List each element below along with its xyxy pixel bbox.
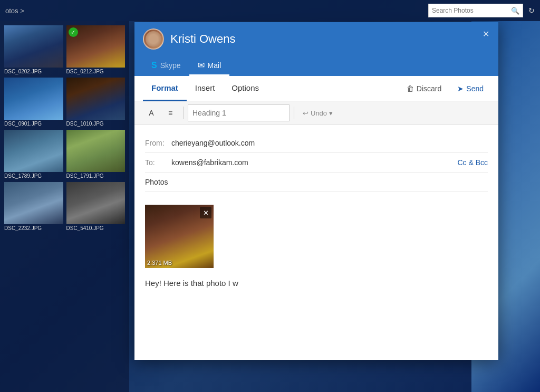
photo-label: DSC_0202.JPG: [4, 69, 63, 74]
list-item[interactable]: DSC_5410.JPG: [66, 182, 126, 231]
email-body: From: cherieyang@outlook.com To: kowens@…: [134, 125, 498, 360]
photo-thumbnail: [66, 130, 126, 172]
format-toolbar: A ≡ ↩ Undo ▾: [134, 101, 498, 125]
app-tabs: S Skype ✉ Mail: [134, 56, 498, 76]
avatar: [143, 28, 164, 50]
photo-thumbnail: [66, 78, 126, 120]
from-label: From:: [145, 139, 171, 147]
photo-label: DSC_0212.JPG: [66, 69, 126, 74]
mail-tab-label: Mail: [208, 61, 221, 70]
action-buttons: 🗑 Discard ➤ Send: [400, 81, 490, 96]
style-dropdown[interactable]: [188, 104, 290, 121]
photo-grid: DSC_0202.JPG ✓ DSC_0212.JPG DSC_0901.JPG…: [0, 21, 129, 392]
send-button[interactable]: ➤ Send: [451, 81, 490, 96]
mail-icon: ✉: [198, 60, 205, 70]
search-icon-button[interactable]: 🔍: [511, 7, 519, 15]
breadcrumb: otos >: [5, 7, 24, 15]
contact-name: Kristi Owens: [170, 32, 235, 46]
file-size-label: 2.371 MB: [147, 260, 172, 266]
to-label: To:: [145, 158, 171, 167]
paragraph-icon: ≡: [168, 109, 172, 117]
format-tabs-bar: Format Insert Options 🗑 Discard ➤ Send: [134, 76, 498, 101]
send-icon: ➤: [457, 84, 464, 93]
photo-label: DSC_1791.JPG: [66, 173, 126, 179]
attached-photo: 2.371 MB ✕: [145, 205, 214, 268]
photo-label: DSC_2232.JPG: [4, 225, 63, 231]
photo-label: DSC_0901.JPG: [4, 121, 63, 127]
list-item[interactable]: DSC_1010.JPG: [66, 78, 126, 127]
undo-dropdown-icon: ▾: [329, 109, 333, 117]
list-item[interactable]: DSC_1789.JPG: [4, 130, 63, 179]
cc-bcc-link[interactable]: Cc & Bcc: [457, 158, 488, 167]
toolbar-separator: [183, 107, 184, 119]
mail-compose-window: Kristi Owens ✕ S Skype ✉ Mail Format Ins…: [134, 22, 498, 360]
remove-attachment-button[interactable]: ✕: [200, 207, 211, 218]
photo-thumbnail: [4, 182, 63, 224]
tab-options[interactable]: Options: [223, 76, 267, 101]
to-value: kowens@fabrikam.com: [171, 158, 457, 167]
tab-skype[interactable]: S Skype: [143, 56, 189, 76]
search-box: 🔍: [428, 4, 523, 17]
discard-label: Discard: [417, 84, 441, 93]
photo-label: DSC_1789.JPG: [4, 173, 63, 179]
subject-value: Photos: [145, 178, 168, 186]
send-label: Send: [466, 84, 484, 93]
paragraph-button[interactable]: ≡: [162, 104, 179, 121]
from-field: From: cherieyang@outlook.com: [145, 133, 488, 153]
tab-insert[interactable]: Insert: [187, 76, 224, 101]
list-item[interactable]: DSC_0901.JPG: [4, 78, 63, 127]
tab-mail[interactable]: ✉ Mail: [189, 56, 230, 76]
photo-thumbnail: [4, 78, 63, 120]
to-field: To: kowens@fabrikam.com Cc & Bcc: [145, 153, 488, 173]
avatar-image: [146, 31, 161, 47]
undo-button[interactable]: ↩ Undo ▾: [298, 107, 337, 119]
list-item[interactable]: DSC_2232.JPG: [4, 182, 63, 231]
list-item[interactable]: DSC_1791.JPG: [66, 130, 126, 179]
photo-label: DSC_5410.JPG: [66, 225, 126, 231]
trash-icon: 🗑: [407, 84, 414, 93]
tab-format[interactable]: Format: [143, 76, 187, 101]
list-item[interactable]: DSC_0202.JPG: [4, 25, 63, 74]
top-bar: otos > 🔍 ↻: [0, 0, 540, 21]
photo-thumbnail: [4, 130, 63, 172]
mail-header: Kristi Owens ✕: [134, 22, 498, 56]
refresh-button[interactable]: ↻: [528, 6, 535, 15]
subject-field: Photos: [145, 173, 488, 192]
skype-icon: S: [151, 61, 157, 70]
toolbar-separator-2: [294, 107, 294, 119]
list-item[interactable]: ✓ DSC_0212.JPG: [66, 25, 126, 74]
desktop: otos > 🔍 ↻ DSC_0202.JPG ✓ DSC_0212.JPG D…: [0, 0, 540, 392]
search-input[interactable]: [432, 7, 511, 14]
discard-button[interactable]: 🗑 Discard: [400, 81, 448, 96]
email-body-text[interactable]: Hey! Here is that photo I w: [145, 272, 488, 288]
skype-tab-label: Skype: [160, 61, 181, 70]
close-button[interactable]: ✕: [479, 27, 492, 40]
photo-thumbnail: [4, 25, 63, 68]
font-button[interactable]: A: [143, 104, 160, 121]
from-value: cherieyang@outlook.com: [171, 139, 488, 147]
photo-label: DSC_1010.JPG: [66, 121, 126, 127]
photo-thumbnail: [66, 182, 126, 224]
undo-icon: ↩: [303, 109, 308, 117]
selected-badge: ✓: [69, 27, 78, 37]
email-content: 2.371 MB ✕ Hey! Here is that photo I w: [145, 192, 488, 296]
undo-label: Undo: [311, 109, 327, 117]
